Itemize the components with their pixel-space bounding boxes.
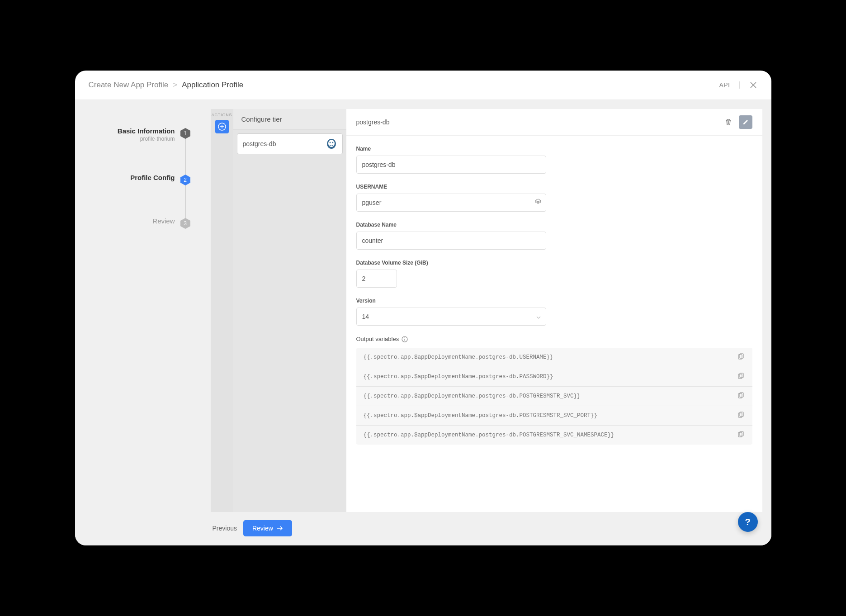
actions-label: ACTIONS (212, 113, 232, 117)
output-var-text: {{.spectro.app.$appDeploymentName.postgr… (364, 412, 598, 419)
step-basic-information[interactable]: Basic Information profile-thorium 1 (75, 127, 193, 142)
field-label: Database Volume Size (GiB) (356, 260, 397, 266)
copy-icon (737, 353, 744, 360)
copy-button[interactable] (737, 412, 745, 420)
field-username: USERNAME (356, 184, 546, 212)
actions-column: ACTIONS (211, 109, 233, 512)
delete-tier-button[interactable] (722, 115, 735, 129)
tier-panel: Configure tier postgres-db (233, 109, 346, 512)
volume-size-input[interactable] (356, 270, 397, 288)
postgres-icon (326, 138, 337, 149)
step-title: Review (152, 217, 175, 225)
breadcrumb-first[interactable]: Create New App Profile (89, 81, 169, 90)
header: Create New App Profile > Application Pro… (75, 71, 771, 100)
breadcrumb-sep: > (173, 81, 177, 90)
help-icon: ? (745, 517, 750, 527)
panel-row: ACTIONS Configure tier postgres-db (211, 109, 762, 512)
field-label: USERNAME (356, 184, 546, 190)
edit-icon (742, 119, 749, 125)
svg-point-6 (329, 142, 331, 143)
output-item: {{.spectro.app.$appDeploymentName.postgr… (356, 348, 752, 367)
copy-button[interactable] (737, 373, 745, 381)
svg-point-7 (332, 142, 333, 143)
username-input[interactable] (356, 194, 546, 212)
footer: Previous Review (211, 520, 762, 536)
output-var-text: {{.spectro.app.$appDeploymentName.postgr… (364, 374, 553, 380)
name-input[interactable] (356, 156, 546, 174)
previous-button[interactable]: Previous (213, 525, 237, 532)
tier-item-postgres-db[interactable]: postgres-db (237, 133, 343, 154)
tier-item-name: postgres-db (243, 140, 276, 147)
step-list: Basic Information profile-thorium 1 Prof… (75, 127, 193, 229)
header-actions: API (719, 81, 757, 90)
output-item: {{.spectro.app.$appDeploymentName.postgr… (356, 406, 752, 426)
tier-panel-title: Configure tier (233, 109, 346, 130)
config-body: Name USERNAME (346, 136, 762, 455)
copy-icon (737, 431, 744, 438)
output-list: {{.spectro.app.$appDeploymentName.postgr… (356, 348, 752, 445)
output-item: {{.spectro.app.$appDeploymentName.postgr… (356, 367, 752, 387)
config-actions (722, 115, 752, 129)
config-panel: postgres-db Name (346, 109, 762, 512)
copy-icon (737, 412, 744, 419)
step-subtitle: profile-thorium (118, 136, 175, 142)
output-item: {{.spectro.app.$appDeploymentName.postgr… (356, 426, 752, 445)
step-badge: 2 (180, 175, 190, 185)
step-title: Profile Config (130, 174, 175, 181)
output-var-text: {{.spectro.app.$appDeploymentName.postgr… (364, 432, 614, 438)
edit-tier-button[interactable] (739, 115, 752, 129)
help-button[interactable]: ? (738, 512, 758, 532)
sidebar: Basic Information profile-thorium 1 Prof… (75, 100, 193, 545)
field-version: Version (356, 298, 546, 326)
info-icon[interactable] (402, 336, 408, 342)
step-review[interactable]: Review 3 (75, 217, 193, 229)
output-item: {{.spectro.app.$appDeploymentName.postgr… (356, 387, 752, 406)
output-label: Output variables (356, 336, 752, 342)
step-badge: 1 (180, 128, 190, 139)
close-button[interactable] (749, 81, 758, 90)
config-header: postgres-db (346, 109, 762, 136)
close-icon (750, 81, 757, 89)
body: Basic Information profile-thorium 1 Prof… (75, 100, 771, 545)
field-database-name: Database Name (356, 222, 546, 250)
main: ACTIONS Configure tier postgres-db (193, 100, 771, 545)
database-name-input[interactable] (356, 232, 546, 250)
field-label: Version (356, 298, 546, 304)
breadcrumb-current: Application Profile (182, 81, 243, 90)
add-tier-button[interactable] (215, 120, 229, 133)
step-badge: 3 (180, 218, 190, 229)
step-profile-config[interactable]: Profile Config 2 (75, 174, 193, 185)
field-label: Name (356, 146, 546, 152)
copy-icon (737, 373, 744, 380)
svg-point-9 (404, 337, 405, 338)
app-window: Create New App Profile > Application Pro… (75, 71, 771, 545)
step-title: Basic Information (118, 127, 175, 135)
arrow-right-icon (277, 526, 283, 531)
copy-button[interactable] (737, 431, 745, 439)
output-var-text: {{.spectro.app.$appDeploymentName.postgr… (364, 393, 581, 399)
trash-icon (725, 118, 732, 126)
field-name: Name (356, 146, 546, 174)
secret-toggle-button[interactable] (534, 198, 542, 207)
output-variables-section: Output variables {{.spectro.app.$appDepl… (356, 336, 752, 445)
version-select[interactable] (356, 308, 546, 326)
breadcrumb: Create New App Profile > Application Pro… (89, 81, 244, 90)
field-label: Database Name (356, 222, 546, 228)
review-button[interactable]: Review (243, 520, 292, 536)
config-title: postgres-db (356, 118, 390, 126)
copy-button[interactable] (737, 353, 745, 361)
field-volume-size: Database Volume Size (GiB) (356, 260, 397, 288)
output-var-text: {{.spectro.app.$appDeploymentName.postgr… (364, 354, 553, 360)
copy-button[interactable] (737, 392, 745, 400)
layers-icon (534, 198, 542, 205)
tier-list: postgres-db (233, 130, 346, 512)
api-link[interactable]: API (719, 81, 739, 89)
copy-icon (737, 392, 744, 399)
plus-circle-icon (218, 123, 226, 131)
